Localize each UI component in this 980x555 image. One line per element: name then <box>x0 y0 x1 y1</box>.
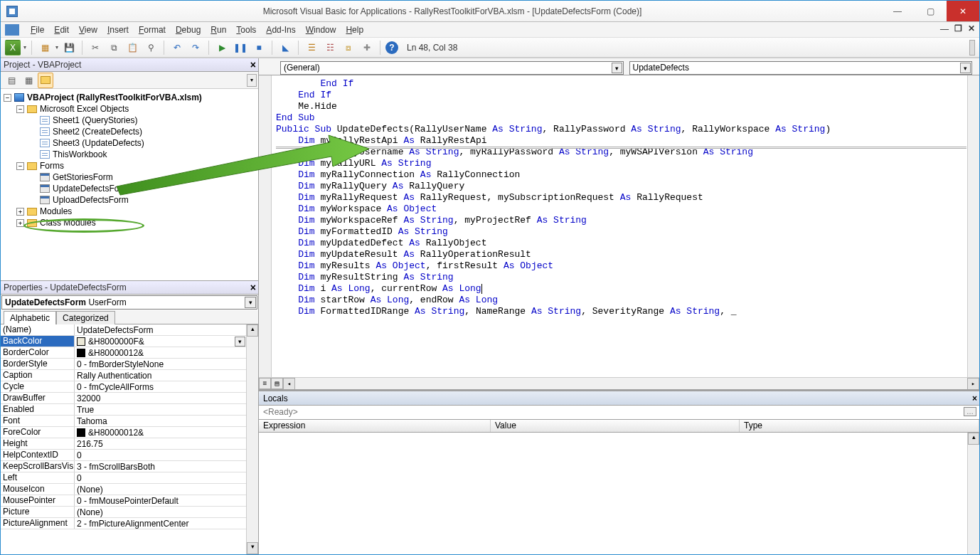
reset-icon[interactable]: ■ <box>251 40 267 56</box>
property-row[interactable]: MouseIcon(None) <box>1 484 246 495</box>
tab-alphabetic[interactable]: Alphabetic <box>4 311 56 324</box>
locals-scrollbar[interactable]: ▴ <box>967 433 979 554</box>
menu-debug[interactable]: Debug <box>171 23 205 36</box>
property-value[interactable]: (None) <box>75 484 246 495</box>
maximize-button[interactable]: ▢ <box>914 1 947 21</box>
procedure-dropdown[interactable]: UpdateDefects ▾ <box>629 61 973 75</box>
properties-grid[interactable]: (Name)UpdateDefectsFormBackColor&H800000… <box>1 324 246 554</box>
code-line[interactable]: Dim myResults As Object, firstResult As … <box>276 260 966 272</box>
full-module-view-icon[interactable]: ▤ <box>271 378 283 389</box>
locals-col-value[interactable]: Value <box>491 420 740 432</box>
property-value[interactable]: 0 - fmMousePointerDefault <box>75 495 246 506</box>
property-value[interactable]: 0 <box>75 450 246 460</box>
system-menu-icon[interactable] <box>5 24 19 36</box>
tree-item[interactable]: ThisWorkbook <box>2 149 257 160</box>
code-line[interactable]: Dim myUpdateResult As RallyOperationResu… <box>276 249 966 260</box>
property-row[interactable]: CaptionRally Authentication <box>1 370 246 381</box>
properties-object-selector[interactable]: UpdateDefectsForm UserForm ▾ <box>1 295 257 310</box>
folder-forms[interactable]: − Forms <box>2 160 257 171</box>
property-value[interactable]: 0 <box>75 472 246 483</box>
properties-scrollbar[interactable]: ▴ ▾ <box>246 324 258 554</box>
property-value[interactable]: True <box>75 404 246 415</box>
paste-icon[interactable]: 📋 <box>124 40 140 56</box>
menu-tools[interactable]: Tools <box>232 23 260 36</box>
chevron-down-icon[interactable]: ▾ <box>235 337 245 347</box>
property-row[interactable]: DrawBuffer32000 <box>1 393 246 404</box>
scroll-up-icon[interactable]: ▴ <box>247 324 258 337</box>
code-vertical-scrollbar[interactable] <box>967 75 979 377</box>
menu-window[interactable]: Window <box>302 23 341 36</box>
find-icon[interactable]: ⚲ <box>143 40 159 56</box>
property-value[interactable]: &H8000000F&▾ <box>75 336 246 347</box>
property-row[interactable]: KeepScrollBarsVisible3 - fmScrollBarsBot… <box>1 461 246 472</box>
locals-col-type[interactable]: Type <box>740 420 979 432</box>
code-line[interactable]: End Sub <box>276 112 966 124</box>
scroll-down-icon[interactable]: ▾ <box>247 542 258 554</box>
tree-item-getstoriesform[interactable]: GetStoriesForm <box>2 171 257 183</box>
property-value[interactable]: UpdateDefectsForm <box>75 324 246 335</box>
design-mode-icon[interactable]: ◣ <box>277 40 293 56</box>
save-icon[interactable]: 💾 <box>61 40 77 56</box>
close-button[interactable]: ✕ <box>947 1 979 21</box>
object-dropdown[interactable]: (General) ▾ <box>280 61 624 75</box>
project-root[interactable]: − VBAProject (RallyRestToolkitForVBA.xls… <box>2 92 257 103</box>
mdi-restore-button[interactable]: ❐ <box>954 23 962 34</box>
property-row[interactable]: EnabledTrue <box>1 404 246 416</box>
mdi-minimize-button[interactable]: — <box>940 23 949 34</box>
code-line[interactable]: Dim startRow As Long, endRow As Long <box>276 295 966 306</box>
tab-categorized[interactable]: Categorized <box>56 311 115 324</box>
menu-view[interactable]: View <box>75 23 102 36</box>
property-row[interactable]: (Name)UpdateDefectsForm <box>1 324 246 336</box>
code-line[interactable]: Dim i As Long, currentRow As Long <box>276 283 966 295</box>
property-row[interactable]: Height216.75 <box>1 438 246 450</box>
property-value[interactable]: (None) <box>75 507 246 517</box>
chevron-down-icon[interactable]: ▾ <box>612 63 622 73</box>
project-panel-close-icon[interactable]: × <box>250 59 256 70</box>
property-row[interactable]: PictureAlignment2 - fmPictureAlignmentCe… <box>1 518 246 529</box>
code-line[interactable]: Dim myWorkspace As Object <box>276 204 966 215</box>
insert-userform-icon[interactable]: ▦ <box>37 40 53 56</box>
redo-icon[interactable]: ↷ <box>188 40 203 56</box>
toggle-folders-icon[interactable] <box>38 73 53 88</box>
run-icon[interactable]: ▶ <box>214 40 230 56</box>
toolbox-icon[interactable]: ✚ <box>359 40 375 56</box>
cut-icon[interactable]: ✂ <box>87 40 103 56</box>
property-row[interactable]: HelpContextID0 <box>1 450 246 461</box>
property-row[interactable]: BorderColor&H80000012& <box>1 347 246 359</box>
property-value[interactable]: 2 - fmPictureAlignmentCenter <box>75 518 246 529</box>
property-value[interactable]: 0 - fmBorderStyleNone <box>75 359 246 369</box>
property-value[interactable]: Rally Authentication <box>75 370 246 381</box>
property-row[interactable]: BorderStyle0 - fmBorderStyleNone <box>1 359 246 370</box>
tree-item[interactable]: Sheet1 (QueryStories) <box>2 115 257 126</box>
property-row[interactable]: ForeColor&H80000012& <box>1 427 246 438</box>
code-line[interactable]: Dim myRallyRestApi As RallyRestApi <box>276 135 966 147</box>
tree-item[interactable]: Sheet3 (UpdateDefects) <box>2 137 257 149</box>
tree-item-uploaddefectsform[interactable]: UploadDefectsForm <box>2 194 257 206</box>
locals-col-expression[interactable]: Expression <box>259 420 491 432</box>
menu-edit[interactable]: Edit <box>50 23 73 36</box>
tree-item-updatedefectsform[interactable]: UpdateDefectsForm <box>2 183 257 194</box>
properties-window-icon[interactable]: ☷ <box>322 40 338 56</box>
property-value[interactable]: &H80000012& <box>75 427 246 438</box>
break-icon[interactable]: ❚❚ <box>233 40 248 56</box>
menu-addins[interactable]: Add-Ins <box>262 23 299 36</box>
minimize-button[interactable]: — <box>881 1 914 21</box>
property-value[interactable]: 32000 <box>75 393 246 403</box>
property-row[interactable]: Cycle0 - fmCycleAllForms <box>1 381 246 393</box>
property-row[interactable]: Left0 <box>1 472 246 484</box>
locals-call-stack-button[interactable]: … <box>964 407 976 416</box>
menu-file[interactable]: File <box>26 23 48 36</box>
mdi-close-button[interactable]: ✕ <box>968 23 975 34</box>
property-row[interactable]: BackColor&H8000000F&▾ <box>1 336 246 347</box>
property-row[interactable]: Picture(None) <box>1 507 246 518</box>
property-row[interactable]: MousePointer0 - fmMousePointerDefault <box>1 495 246 507</box>
code-line[interactable]: End If <box>276 78 966 90</box>
code-editor[interactable]: End If End If Me.HideEnd SubPublic Sub U… <box>259 75 979 389</box>
toolbar-gripper[interactable] <box>969 40 975 56</box>
code-line[interactable]: Public Sub UpdateDefects(RallyUserName A… <box>276 124 966 135</box>
help-icon[interactable]: ? <box>385 41 398 54</box>
property-row[interactable]: FontTahoma <box>1 416 246 427</box>
chevron-down-icon[interactable]: ▾ <box>245 297 256 308</box>
code-line[interactable]: Dim myResultString As String <box>276 272 966 283</box>
menu-format[interactable]: Format <box>134 23 170 36</box>
